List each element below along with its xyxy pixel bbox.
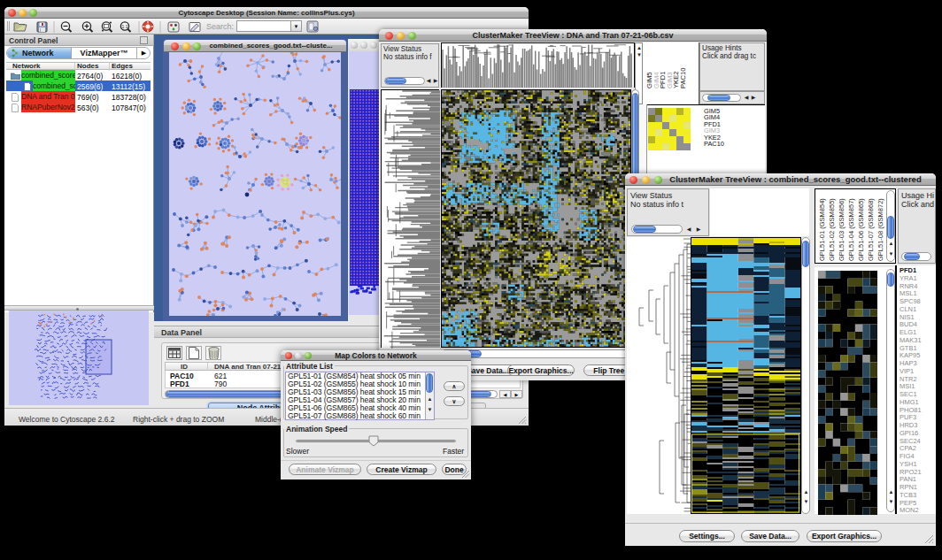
- svg-text:1:1: 1:1: [122, 24, 128, 29]
